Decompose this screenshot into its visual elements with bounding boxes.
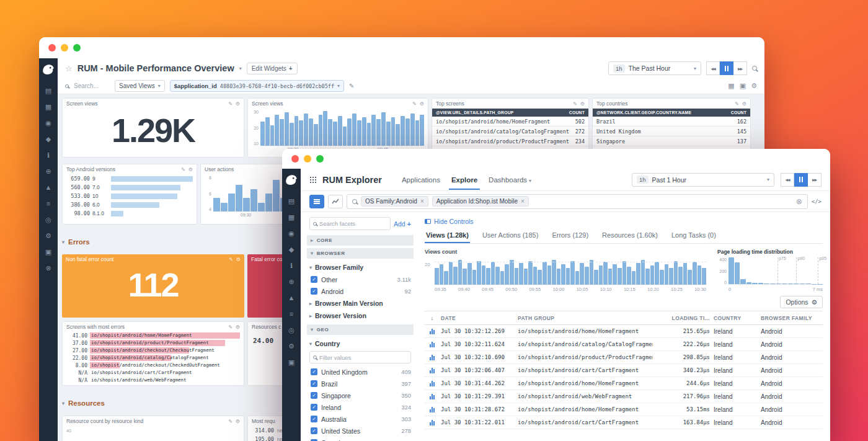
column-loading-time[interactable]: LOADING TI... [657,315,710,321]
top-android-versions-widget[interactable]: Top Android versions ✎⚙ 659.00 9 560.00 … [62,164,197,225]
toplist-row[interactable]: N/A io/shopist/android/web/WebFragment [63,376,244,384]
checkbox-checked[interactable]: ✓ [311,288,317,295]
column-date[interactable]: DATE [441,315,514,321]
edit-icon[interactable]: ✎ [228,101,232,107]
facet-browser-family[interactable]: ▾ Browser Family [309,261,411,274]
filter-values-box[interactable] [309,351,411,363]
column-path-group[interactable]: PATH GROUP [518,315,653,321]
search-facets-input[interactable] [319,220,363,227]
gear-icon[interactable]: ⚙ [236,324,240,330]
facet-browser-version[interactable]: ▸ Browser Version [309,310,411,322]
event-row[interactable]: Jul 30 10:31:29.391 io/shopist/android/w… [425,390,823,403]
toplist-row[interactable]: 560.00 7.0 [63,183,197,192]
sidebar-icon[interactable]: ▤ [45,87,51,94]
facet-value-row[interactable]: ✓ Canada 244 [309,437,411,441]
edit-icon[interactable]: ✎ [229,257,233,262]
nav-dashboards[interactable]: Dashboards▾ [486,170,534,190]
facet-value-row[interactable]: ✓ Android 92 [309,285,411,297]
edit-widgets-button[interactable]: Edit Widgets+ [247,63,298,74]
sort-desc-icon[interactable]: ↓ [427,315,437,321]
list-view-button[interactable] [309,195,324,208]
sidebar-icon[interactable]: ◆ [46,136,51,143]
close-icon[interactable]: × [521,198,525,205]
filter-chip[interactable]: Application Id:Shop.ist Mobile× [432,196,529,207]
datadog-logo[interactable] [285,174,298,189]
grid-icon[interactable]: ▦ [728,82,734,90]
close-button[interactable] [48,44,56,51]
minimize-button[interactable] [304,155,311,163]
non-fatal-error-count-widget[interactable]: Non fatal error count ✎⚙ 112 [62,254,244,318]
template-variable-chip[interactable]: $application_id 48803e39-6768-4f10-becb-… [170,80,344,92]
event-row[interactable]: Jul 30 10:31:22.011 io/shopist/android/c… [425,416,823,429]
sidebar-icon[interactable]: ◉ [288,230,294,237]
facet-value-row[interactable]: ✓ United Kingdom 409 [309,366,411,378]
sidebar-icon[interactable]: ▤ [288,198,294,205]
options-button[interactable]: Options ⚙ [780,296,823,308]
column-browser-family[interactable]: BROWSER FAMILY [761,315,820,321]
toplist-row[interactable]: 8.00 io/shopist/android/checkout/Checked… [63,362,244,369]
filter-chip[interactable]: OS Family:Android× [361,196,428,207]
rewind-button[interactable]: ◀◀ [706,61,720,75]
event-row[interactable]: Jul 30 10:32:06.407 io/shopist/android/c… [425,364,823,377]
event-row[interactable]: Jul 30 10:32:10.690 io/shopist/android/p… [425,351,823,364]
close-icon[interactable]: × [420,198,424,205]
sidebar-icon[interactable]: ⚙ [45,233,51,239]
toplist-row[interactable]: N/A io/shopist/android/cart/CartFragment [63,369,244,376]
event-row[interactable]: Jul 30 10:32:11.624 io/shopist/android/c… [425,338,823,351]
facet-group-geo[interactable]: ▾ GEO [307,324,414,335]
tab-long-tasks[interactable]: Long Tasks (0) [670,228,717,243]
edit-icon[interactable]: ✎ [228,324,232,330]
edit-icon[interactable]: ✎ [349,82,354,89]
sidebar-icon[interactable]: ◉ [45,120,51,127]
gear-icon[interactable]: ⚙ [236,257,241,262]
time-range-picker[interactable]: 1h The Past Hour ▾ [608,61,701,75]
toplist-row[interactable]: 37.00 io/shopist/android/product/Product… [63,339,244,347]
toplist-row[interactable]: 22.00 io/shopist/android/catalog/Catalog… [63,354,244,362]
forward-button[interactable]: ▶▶ [808,173,822,187]
sidebar-icon[interactable]: ⊗ [45,265,51,272]
toplist-row[interactable]: 533.00 10 [63,192,197,200]
sidebar-icon[interactable]: ▣ [288,359,294,366]
checkbox-checked[interactable]: ✓ [311,404,317,411]
facet-value-row[interactable]: ✓ United States 278 [309,425,411,437]
toplist-row[interactable]: 659.00 9 [63,174,197,183]
search-icon[interactable] [752,66,757,71]
sidebar-icon[interactable]: ≡ [46,200,50,207]
sidebar-icon[interactable]: ▲ [45,184,52,191]
tab-resources[interactable]: Resources (1.60k) [601,228,659,243]
hide-controls-button[interactable]: Hide Controls [425,216,823,227]
clear-query-icon[interactable]: ⊗ [796,197,802,206]
section-resources[interactable]: ▾ Resources [62,399,105,407]
filter-values-input[interactable] [319,354,363,361]
sidebar-icon[interactable]: ▣ [45,249,51,256]
sidebar-icon[interactable]: ◎ [45,216,51,223]
forward-button[interactable]: ▶▶ [733,61,747,75]
toplist-row[interactable]: 386.00 6.0 [63,200,197,209]
pause-button[interactable] [794,173,808,187]
edit-icon[interactable]: ✎ [573,101,577,107]
section-errors[interactable]: ▾ Errors [62,238,90,246]
dashboard-search-input[interactable] [74,82,110,89]
checkbox-checked[interactable]: ✓ [311,416,317,422]
minimize-button[interactable] [61,44,68,51]
checkbox-checked[interactable]: ✓ [311,276,317,283]
table-row[interactable]: io/shopist/android/home/HomeFragment 502 [432,117,588,127]
table-row[interactable]: United Kingdom 145 [593,127,750,136]
facet-value-row[interactable]: ✓ Singapore 350 [309,390,411,401]
facet-country[interactable]: ▾ Country [309,337,411,350]
event-row[interactable]: Jul 30 10:32:12.269 io/shopist/android/h… [425,325,823,338]
add-facet-button[interactable]: Add + [394,220,411,228]
checkbox-checked[interactable]: ✓ [311,368,317,375]
zoom-button[interactable] [73,44,81,51]
column-country[interactable]: COUNTRY [714,315,757,321]
sidebar-icon[interactable]: ▦ [288,214,294,221]
sidebar-icon[interactable]: ℹ [290,262,293,269]
facet-browser-main-version[interactable]: ▸ Browser Main Version [309,297,411,310]
screen-views-number-widget[interactable]: Screen views ✎⚙ 1.29K [62,98,244,158]
nav-applications[interactable]: Applications [399,170,443,190]
table-row[interactable]: io/shopist/android/product/ProductFragme… [432,136,588,146]
gear-icon[interactable]: ⚙ [236,419,240,424]
gear-icon[interactable]: ⚙ [751,82,757,90]
tab-errors[interactable]: Errors (129) [551,228,590,243]
chevron-down-icon[interactable]: ▾ [239,66,242,71]
